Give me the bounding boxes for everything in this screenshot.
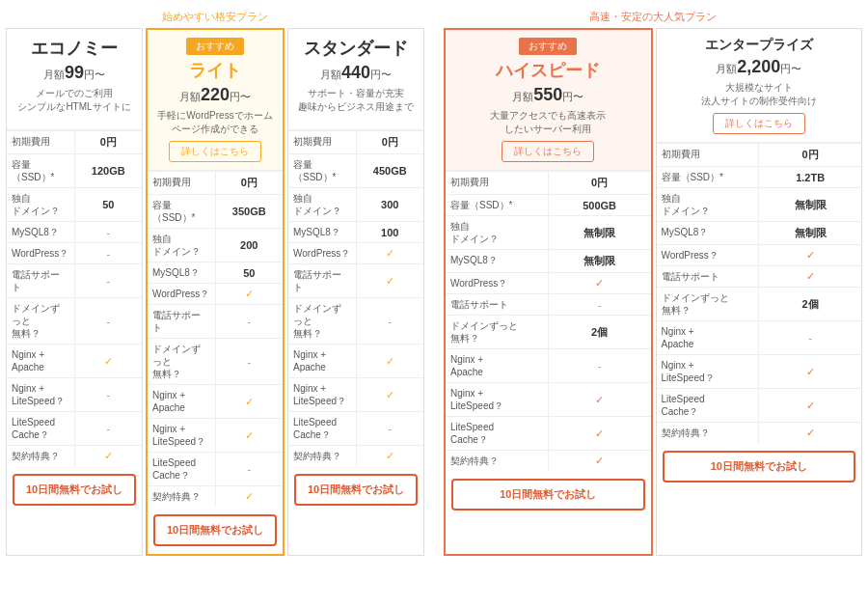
feature-row-highspeed-6: ドメインずっと 無料？2個 xyxy=(446,315,651,348)
feature-value-lite-10: ✓ xyxy=(216,486,284,507)
group-1: 高速・安定の大人気プランおすすめハイスピード月額550円〜大量アクセスでも高速表… xyxy=(444,8,862,556)
feature-value-standard-3: 100 xyxy=(357,222,424,242)
feature-value-standard-2: 300 xyxy=(357,188,424,221)
feature-row-lite-9: LiteSpeed Cache？- xyxy=(148,452,283,485)
feature-label-enterprise-7: Nginx + Apache xyxy=(657,321,760,354)
feature-label-economy-5: 電話サポート xyxy=(7,264,75,297)
feature-value-economy-9: - xyxy=(75,412,143,445)
feature-value-standard-4: ✓ xyxy=(357,243,424,263)
feature-value-lite-3: 50 xyxy=(216,262,284,283)
feature-value-highspeed-10: ✓ xyxy=(549,451,651,471)
feature-row-standard-8: Nginx + LiteSpeed？✓ xyxy=(288,377,423,411)
feature-label-enterprise-5: 電話サポート xyxy=(657,266,760,287)
feature-label-economy-7: Nginx + Apache xyxy=(7,345,75,377)
feature-label-lite-10: 契約特典？ xyxy=(148,486,216,507)
feature-label-enterprise-3: MySQL8？ xyxy=(657,222,760,244)
feature-row-highspeed-3: MySQL8？無制限 xyxy=(446,249,651,272)
feature-label-lite-4: WordPress？ xyxy=(148,284,216,304)
feature-row-lite-1: 容量（SSD）*350GB xyxy=(148,194,283,228)
feature-value-economy-1: 120GB xyxy=(75,154,143,187)
trial-btn-standard[interactable]: 10日間無料でお試し xyxy=(294,474,418,506)
feature-value-standard-1: 450GB xyxy=(357,154,424,187)
feature-row-enterprise-6: ドメインずっと 無料？2個 xyxy=(657,287,862,320)
feature-label-lite-5: 電話サポート xyxy=(148,305,216,338)
feature-label-economy-10: 契約特典？ xyxy=(7,446,75,466)
feature-row-enterprise-3: MySQL8？無制限 xyxy=(657,221,862,244)
feature-row-lite-8: Nginx + LiteSpeed？✓ xyxy=(148,418,283,452)
feature-value-enterprise-4: ✓ xyxy=(759,245,861,265)
feature-label-economy-1: 容量（SSD）* xyxy=(7,154,75,187)
group-label-0: 始めやすい格安プラン xyxy=(6,8,424,28)
feature-label-enterprise-4: WordPress？ xyxy=(657,245,760,265)
plan-col-economy: エコノミー月額99円〜メールでのご利用 シンプルなHTMLサイトに初期費用0円容… xyxy=(6,28,143,556)
feature-label-standard-2: 独自 ドメイン？ xyxy=(288,188,357,221)
trial-btn-highspeed[interactable]: 10日間無料でお試し xyxy=(451,479,645,510)
feature-value-lite-5: - xyxy=(216,305,284,338)
trial-btn-economy[interactable]: 10日間無料でお試し xyxy=(13,474,136,506)
feature-row-highspeed-7: Nginx + Apache- xyxy=(446,348,651,382)
trial-btn-enterprise[interactable]: 10日間無料でお試し xyxy=(663,451,856,483)
feature-row-economy-8: Nginx + LiteSpeed？- xyxy=(7,377,142,411)
feature-label-standard-3: MySQL8？ xyxy=(288,222,357,242)
feature-label-standard-7: Nginx + Apache xyxy=(288,345,357,377)
feature-label-standard-4: WordPress？ xyxy=(288,243,357,263)
feature-row-enterprise-9: LiteSpeed Cache？✓ xyxy=(657,388,862,422)
feature-label-lite-6: ドメインずっと 無料？ xyxy=(148,339,216,384)
feature-row-lite-7: Nginx + Apache✓ xyxy=(148,384,283,418)
feature-label-enterprise-10: 契約特典？ xyxy=(657,423,760,443)
plan-name-standard: スタンダード xyxy=(304,37,408,60)
feature-label-enterprise-2: 独自 ドメイン？ xyxy=(657,188,760,221)
feature-row-enterprise-8: Nginx + LiteSpeed？✓ xyxy=(657,354,862,388)
feature-row-economy-0: 初期費用0円 xyxy=(7,130,142,153)
feature-row-economy-5: 電話サポート- xyxy=(7,263,142,297)
detail-btn-lite[interactable]: 詳しくはこちら xyxy=(169,141,261,162)
feature-value-standard-10: ✓ xyxy=(357,446,424,466)
feature-value-enterprise-9: ✓ xyxy=(759,389,861,422)
feature-value-standard-6: - xyxy=(357,298,424,344)
feature-label-standard-0: 初期費用 xyxy=(288,131,357,153)
plan-col-highspeed: おすすめハイスピード月額550円〜大量アクセスでも高速表示 したいサーバー利用詳… xyxy=(444,28,653,556)
feature-label-highspeed-8: Nginx + LiteSpeed？ xyxy=(446,383,549,416)
detail-btn-enterprise[interactable]: 詳しくはこちら xyxy=(713,113,805,134)
feature-row-standard-0: 初期費用0円 xyxy=(288,130,423,153)
feature-value-lite-6: - xyxy=(216,339,284,384)
feature-label-highspeed-5: 電話サポート xyxy=(446,294,549,315)
feature-label-lite-8: Nginx + LiteSpeed？ xyxy=(148,419,216,452)
feature-row-standard-5: 電話サポート✓ xyxy=(288,263,423,297)
feature-row-lite-4: WordPress？✓ xyxy=(148,283,283,304)
feature-row-enterprise-4: WordPress？✓ xyxy=(657,244,862,265)
feature-value-highspeed-4: ✓ xyxy=(549,273,651,293)
feature-value-economy-2: 50 xyxy=(75,188,143,221)
feature-label-enterprise-6: ドメインずっと 無料？ xyxy=(657,288,760,320)
feature-label-economy-9: LiteSpeed Cache？ xyxy=(7,412,75,445)
feature-value-economy-8: - xyxy=(75,378,143,411)
feature-value-enterprise-3: 無制限 xyxy=(759,222,861,244)
feature-row-standard-2: 独自 ドメイン？300 xyxy=(288,187,423,221)
detail-btn-highspeed[interactable]: 詳しくはこちら xyxy=(502,141,594,162)
feature-row-highspeed-8: Nginx + LiteSpeed？✓ xyxy=(446,382,651,416)
feature-value-economy-5: - xyxy=(75,264,143,297)
feature-label-highspeed-1: 容量（SSD）* xyxy=(446,195,549,215)
feature-value-enterprise-5: ✓ xyxy=(759,266,861,287)
feature-label-lite-2: 独自 ドメイン？ xyxy=(148,229,216,262)
feature-value-highspeed-2: 無制限 xyxy=(549,216,651,249)
feature-value-economy-3: - xyxy=(75,222,143,242)
feature-row-highspeed-9: LiteSpeed Cache？✓ xyxy=(446,416,651,450)
plan-price-standard: 月額440円〜 xyxy=(320,63,392,83)
plan-header-highspeed: おすすめハイスピード月額550円〜大量アクセスでも高速表示 したいサーバー利用詳… xyxy=(446,30,651,171)
feature-row-highspeed-2: 独自 ドメイン？無制限 xyxy=(446,215,651,249)
feature-label-standard-1: 容量（SSD）* xyxy=(288,154,357,187)
feature-row-economy-3: MySQL8？- xyxy=(7,221,142,242)
feature-label-highspeed-7: Nginx + Apache xyxy=(446,349,549,382)
feature-row-highspeed-1: 容量（SSD）*500GB xyxy=(446,194,651,215)
trial-btn-lite[interactable]: 10日間無料でお試し xyxy=(153,514,277,546)
feature-label-lite-9: LiteSpeed Cache？ xyxy=(148,453,216,485)
recommended-badge-lite: おすすめ xyxy=(186,38,244,55)
plans-row-0: エコノミー月額99円〜メールでのご利用 シンプルなHTMLサイトに初期費用0円容… xyxy=(6,28,424,556)
feature-row-lite-10: 契約特典？✓ xyxy=(148,485,283,507)
feature-value-enterprise-0: 0円 xyxy=(759,144,861,166)
feature-value-lite-0: 0円 xyxy=(216,172,284,194)
group-spacer xyxy=(430,8,438,556)
plan-price-enterprise: 月額2,200円〜 xyxy=(716,57,801,77)
feature-row-economy-9: LiteSpeed Cache？- xyxy=(7,411,142,445)
